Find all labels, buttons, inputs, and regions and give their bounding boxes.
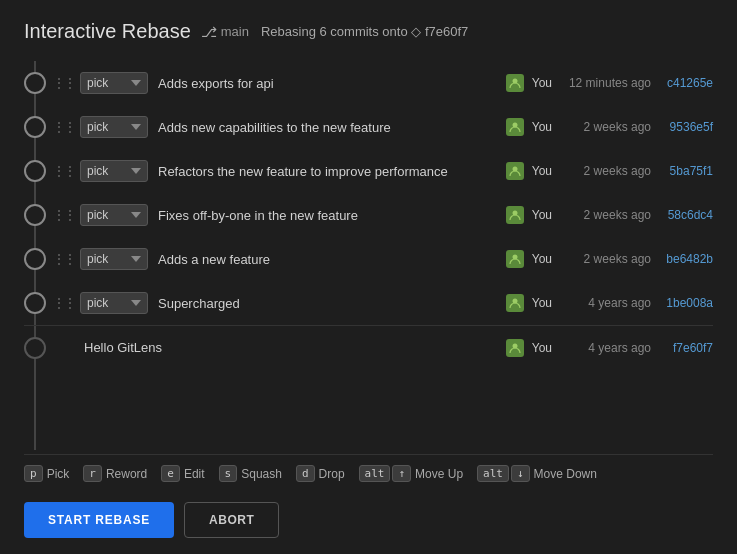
commit-author: You bbox=[532, 208, 552, 222]
label-squash: Squash bbox=[241, 467, 282, 481]
node-circle bbox=[24, 116, 46, 138]
action-select[interactable]: pickrewordeditsquashfixupdrop bbox=[80, 72, 148, 94]
key-alt-down: alt bbox=[477, 465, 509, 482]
key-e: e bbox=[161, 465, 180, 482]
label-move-up: Move Up bbox=[415, 467, 463, 481]
author-avatar bbox=[506, 118, 524, 136]
key-alt-up: alt bbox=[359, 465, 391, 482]
author-avatar bbox=[506, 162, 524, 180]
commit-author: You bbox=[532, 164, 552, 178]
shortcut-move-down: alt ↓ Move Down bbox=[477, 465, 597, 482]
commit-time: 4 years ago bbox=[556, 296, 651, 310]
author-avatar bbox=[506, 74, 524, 92]
action-select[interactable]: pickrewordeditsquashfixupdrop bbox=[80, 204, 148, 226]
commit-meta: You2 weeks ago58c6dc4 bbox=[506, 206, 713, 224]
commit-sha[interactable]: 5ba75f1 bbox=[655, 164, 713, 178]
key-s: s bbox=[219, 465, 238, 482]
node-circle bbox=[24, 248, 46, 270]
key-combo-down: alt ↓ bbox=[477, 465, 530, 482]
base-commit-time: 4 years ago bbox=[556, 341, 651, 355]
shortcut-move-up: alt ↑ Move Up bbox=[359, 465, 464, 482]
commit-message: Refactors the new feature to improve per… bbox=[158, 164, 498, 179]
commit-sha[interactable]: be6482b bbox=[655, 252, 713, 266]
base-commit-meta: You 4 years ago f7e60f7 bbox=[506, 339, 713, 357]
commit-message: Adds exports for api bbox=[158, 76, 498, 91]
label-move-down: Move Down bbox=[534, 467, 597, 481]
commit-author: You bbox=[532, 296, 552, 310]
label-pick: Pick bbox=[47, 467, 70, 481]
commit-message: Supercharged bbox=[158, 296, 498, 311]
drag-handle[interactable]: ⋮⋮ bbox=[52, 251, 74, 267]
label-reword: Reword bbox=[106, 467, 147, 481]
commit-row: ⋮⋮pickrewordeditsquashfixupdropAdds expo… bbox=[24, 61, 713, 105]
author-avatar bbox=[506, 206, 524, 224]
commit-sha[interactable]: 9536e5f bbox=[655, 120, 713, 134]
drag-handle[interactable]: ⋮⋮ bbox=[52, 295, 74, 311]
author-avatar bbox=[506, 294, 524, 312]
commit-sha[interactable]: 58c6dc4 bbox=[655, 208, 713, 222]
drag-handle[interactable]: ⋮⋮ bbox=[52, 75, 74, 91]
commit-meta: You2 weeks agobe6482b bbox=[506, 250, 713, 268]
commit-message: Adds new capabilities to the new feature bbox=[158, 120, 498, 135]
base-commit-sha[interactable]: f7e60f7 bbox=[655, 341, 713, 355]
commit-meta: You2 weeks ago9536e5f bbox=[506, 118, 713, 136]
commit-author: You bbox=[532, 252, 552, 266]
node-circle bbox=[24, 204, 46, 226]
commit-meta: You12 minutes agoc41265e bbox=[506, 74, 713, 92]
app-container: Interactive Rebase ⎇ main Rebasing 6 com… bbox=[0, 0, 737, 554]
commit-row: ⋮⋮pickrewordeditsquashfixupdropAdds new … bbox=[24, 105, 713, 149]
action-select[interactable]: pickrewordeditsquashfixupdrop bbox=[80, 248, 148, 270]
header: Interactive Rebase ⎇ main Rebasing 6 com… bbox=[24, 20, 713, 43]
commit-row: ⋮⋮pickrewordeditsquashfixupdropFixes off… bbox=[24, 193, 713, 237]
key-d: d bbox=[296, 465, 315, 482]
commit-author: You bbox=[532, 120, 552, 134]
commit-sha[interactable]: c41265e bbox=[655, 76, 713, 90]
commits-list: ⋮⋮pickrewordeditsquashfixupdropAdds expo… bbox=[24, 61, 713, 450]
shortcut-reword: r Reword bbox=[83, 465, 147, 482]
start-rebase-button[interactable]: START REBASE bbox=[24, 502, 174, 538]
key-up-arrow: ↑ bbox=[392, 465, 411, 482]
node-circle bbox=[24, 160, 46, 182]
commits-container: ⋮⋮pickrewordeditsquashfixupdropAdds expo… bbox=[24, 61, 713, 325]
commit-sha[interactable]: 1be008a bbox=[655, 296, 713, 310]
shortcut-squash: s Squash bbox=[219, 465, 282, 482]
action-select[interactable]: pickrewordeditsquashfixupdrop bbox=[80, 116, 148, 138]
label-drop: Drop bbox=[319, 467, 345, 481]
commit-row: ⋮⋮pickrewordeditsquashfixupdropRefactors… bbox=[24, 149, 713, 193]
shortcuts-bar: p Pick r Reword e Edit s Squash d Drop a… bbox=[24, 454, 713, 492]
base-commit-message: Hello GitLens bbox=[80, 340, 498, 355]
rebase-info: Rebasing 6 commits onto ◇ f7e60f7 bbox=[261, 24, 468, 39]
commit-time: 2 weeks ago bbox=[556, 164, 651, 178]
drag-handle[interactable]: ⋮⋮ bbox=[52, 207, 74, 223]
action-select[interactable]: pickrewordeditsquashfixupdrop bbox=[80, 160, 148, 182]
base-commit-row: Hello GitLens You 4 years ago f7e60f7 bbox=[24, 325, 713, 369]
commit-meta: You4 years ago1be008a bbox=[506, 294, 713, 312]
commit-author: You bbox=[532, 76, 552, 90]
commit-message: Adds a new feature bbox=[158, 252, 498, 267]
commit-row: ⋮⋮pickrewordeditsquashfixupdropAdds a ne… bbox=[24, 237, 713, 281]
commit-time: 2 weeks ago bbox=[556, 252, 651, 266]
author-avatar bbox=[506, 250, 524, 268]
key-down-arrow: ↓ bbox=[511, 465, 530, 482]
commit-row: ⋮⋮pickrewordeditsquashfixupdropSuperchar… bbox=[24, 281, 713, 325]
node-circle bbox=[24, 292, 46, 314]
drag-handle[interactable]: ⋮⋮ bbox=[52, 119, 74, 135]
action-select[interactable]: pickrewordeditsquashfixupdrop bbox=[80, 292, 148, 314]
branch-info: ⎇ main bbox=[201, 24, 249, 40]
branch-name: main bbox=[221, 24, 249, 39]
drag-handle[interactable]: ⋮⋮ bbox=[52, 163, 74, 179]
base-hash: ◇ f7e60f7 bbox=[411, 24, 468, 39]
shortcut-edit: e Edit bbox=[161, 465, 204, 482]
label-edit: Edit bbox=[184, 467, 205, 481]
base-author-avatar bbox=[506, 339, 524, 357]
abort-button[interactable]: ABORT bbox=[184, 502, 279, 538]
node-circle bbox=[24, 72, 46, 94]
page-title: Interactive Rebase bbox=[24, 20, 191, 43]
key-r: r bbox=[83, 465, 102, 482]
commit-message: Fixes off-by-one in the new feature bbox=[158, 208, 498, 223]
branch-icon: ⎇ bbox=[201, 24, 217, 40]
key-combo-up: alt ↑ bbox=[359, 465, 412, 482]
shortcut-pick: p Pick bbox=[24, 465, 69, 482]
commit-time: 2 weeks ago bbox=[556, 120, 651, 134]
shortcut-drop: d Drop bbox=[296, 465, 345, 482]
